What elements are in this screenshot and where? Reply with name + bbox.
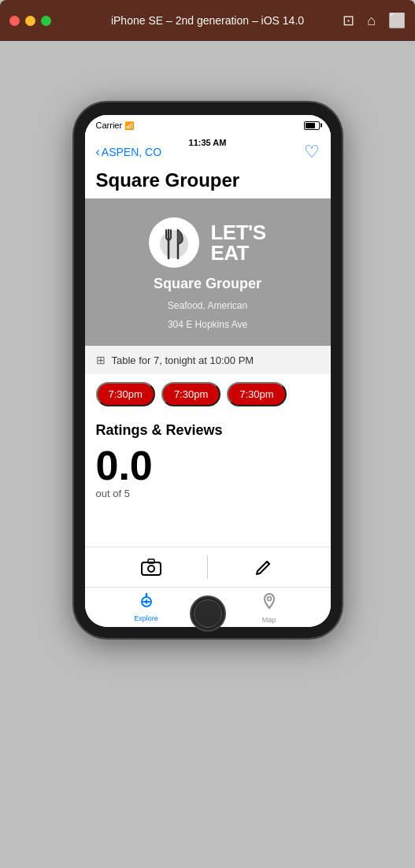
banner-logo-area: LET'S EAT [149, 217, 265, 268]
svg-point-0 [160, 230, 188, 258]
tab-explore[interactable]: Explore [85, 592, 208, 624]
svg-rect-7 [148, 559, 154, 563]
explore-tab-icon [137, 592, 156, 613]
banner-address: 304 E Hopkins Ave [168, 319, 247, 330]
back-label: ASPEN, CO [102, 146, 161, 158]
time-slot-2[interactable]: 7:30pm [161, 382, 220, 406]
rating-out-of: out of 5 [96, 488, 320, 499]
svg-point-13 [267, 597, 271, 601]
banner-cuisine: Seafood, American [168, 300, 247, 311]
fork-knife-svg [157, 222, 191, 263]
time-slots-container: 7:30pm 7:30pm 7:30pm [85, 374, 331, 414]
time-slot-1[interactable]: 7:30pm [96, 382, 155, 406]
home-button[interactable] [190, 595, 226, 632]
plate-logo [149, 217, 199, 268]
svg-rect-5 [142, 562, 161, 575]
screenshot-icon[interactable]: ⊡ [343, 12, 354, 29]
lets-eat-logo-text: LET'S EAT [210, 222, 265, 263]
maximize-button[interactable] [41, 16, 51, 26]
phone-frame: Carrier 📶 11:35 AM ‹ ASPEN, CO ♡ [74, 102, 342, 638]
table-icon: ⊞ [96, 354, 106, 366]
tab-map[interactable]: Map [208, 592, 331, 624]
window-title: iPhone SE – 2nd generation – iOS 14.0 [111, 14, 304, 27]
pencil-icon [255, 558, 272, 576]
svg-line-8 [267, 562, 269, 564]
restaurant-heading: Square Grouper [85, 169, 331, 198]
app-content[interactable]: ‹ ASPEN, CO ♡ Square Grouper [85, 135, 331, 547]
lets-text: LET'S [210, 222, 265, 243]
action-bar [85, 547, 331, 587]
time-slot-3[interactable]: 7:30pm [227, 382, 286, 406]
back-button[interactable]: ‹ ASPEN, CO [96, 145, 162, 159]
status-bar: Carrier 📶 11:35 AM [85, 115, 331, 135]
carrier-label: Carrier [96, 121, 123, 130]
minimize-button[interactable] [25, 16, 35, 26]
title-bar-icons: ⊡ ⌂ ⬜ [343, 12, 406, 29]
title-bar: iPhone SE – 2nd generation – iOS 14.0 ⊡ … [0, 0, 415, 41]
ratings-title: Ratings & Reviews [96, 422, 320, 439]
rating-score: 0.0 [96, 445, 320, 486]
home-button-inner [194, 599, 222, 628]
home-icon[interactable]: ⌂ [367, 13, 376, 29]
banner-restaurant-name: Square Grouper [154, 276, 261, 292]
rotate-icon[interactable]: ⬜ [388, 12, 406, 29]
map-tab-label: Map [262, 616, 276, 624]
restaurant-banner: LET'S EAT Square Grouper Seafood, Americ… [85, 198, 331, 346]
svg-point-6 [148, 566, 154, 572]
camera-icon [141, 558, 161, 576]
reservation-bar: ⊞ Table for 7, tonight at 10:00 PM [85, 346, 331, 374]
page-wrapper: iPhone SE – 2nd generation – iOS 14.0 ⊡ … [0, 0, 415, 868]
eat-text: EAT [210, 243, 265, 263]
traffic-lights [9, 16, 51, 26]
close-button[interactable] [9, 16, 20, 26]
camera-button[interactable] [96, 558, 208, 576]
battery-indicator [304, 121, 320, 130]
wifi-icon: 📶 [124, 121, 134, 130]
explore-tab-label: Explore [134, 614, 158, 622]
reservation-text: Table for 7, tonight at 10:00 PM [112, 354, 254, 366]
phone-screen: Carrier 📶 11:35 AM ‹ ASPEN, CO ♡ [85, 115, 331, 627]
ratings-section: Ratings & Reviews 0.0 out of 5 [85, 414, 331, 507]
status-time: 11:35 AM [189, 138, 227, 147]
chevron-left-icon: ‹ [96, 145, 100, 159]
heart-icon[interactable]: ♡ [304, 142, 320, 162]
pencil-button[interactable] [208, 558, 320, 576]
battery-fill [306, 123, 316, 128]
map-tab-icon [261, 592, 277, 614]
